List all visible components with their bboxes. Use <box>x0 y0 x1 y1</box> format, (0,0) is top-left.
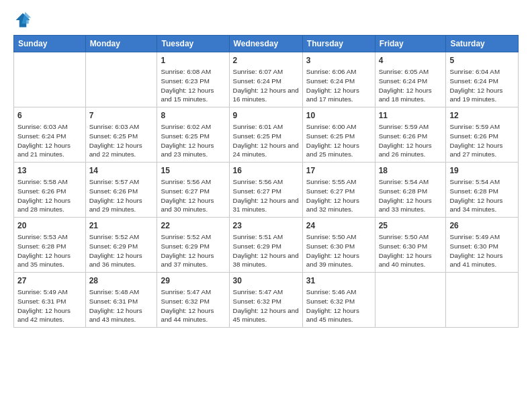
calendar-cell <box>446 273 519 328</box>
day-number: 27 <box>17 275 82 286</box>
day-info: Sunrise: 5:51 AM Sunset: 6:29 PM Dayligh… <box>233 232 299 269</box>
day-number: 12 <box>449 110 515 121</box>
calendar-cell: 22Sunrise: 5:52 AM Sunset: 6:29 PM Dayli… <box>157 218 229 273</box>
day-info: Sunrise: 5:49 AM Sunset: 6:31 PM Dayligh… <box>17 287 82 324</box>
logo-icon <box>13 11 32 30</box>
day-info: Sunrise: 6:07 AM Sunset: 6:24 PM Dayligh… <box>233 67 299 104</box>
day-header-monday: Monday <box>85 36 157 52</box>
day-info: Sunrise: 5:47 AM Sunset: 6:32 PM Dayligh… <box>233 287 299 324</box>
day-number: 16 <box>233 165 299 176</box>
calendar-cell: 29Sunrise: 5:47 AM Sunset: 6:32 PM Dayli… <box>157 273 229 328</box>
day-info: Sunrise: 5:48 AM Sunset: 6:31 PM Dayligh… <box>89 287 154 324</box>
calendar-cell: 19Sunrise: 5:54 AM Sunset: 6:28 PM Dayli… <box>446 163 519 218</box>
day-number: 8 <box>161 110 225 121</box>
calendar-cell: 15Sunrise: 5:56 AM Sunset: 6:27 PM Dayli… <box>157 163 229 218</box>
day-number: 19 <box>449 165 515 176</box>
calendar-cell: 7Sunrise: 6:03 AM Sunset: 6:25 PM Daylig… <box>85 107 157 163</box>
calendar-cell: 23Sunrise: 5:51 AM Sunset: 6:29 PM Dayli… <box>229 218 302 273</box>
day-info: Sunrise: 5:49 AM Sunset: 6:30 PM Dayligh… <box>449 232 515 269</box>
day-info: Sunrise: 6:00 AM Sunset: 6:25 PM Dayligh… <box>306 122 371 159</box>
day-header-friday: Friday <box>375 36 446 52</box>
day-number: 24 <box>306 220 371 231</box>
header <box>13 11 519 30</box>
day-header-tuesday: Tuesday <box>157 36 229 52</box>
day-info: Sunrise: 5:56 AM Sunset: 6:27 PM Dayligh… <box>233 177 299 214</box>
calendar-cell: 4Sunrise: 6:05 AM Sunset: 6:24 PM Daylig… <box>375 52 446 107</box>
day-info: Sunrise: 5:50 AM Sunset: 6:30 PM Dayligh… <box>306 232 371 269</box>
day-header-saturday: Saturday <box>446 36 519 52</box>
day-number: 23 <box>233 220 299 231</box>
day-header-thursday: Thursday <box>302 36 375 52</box>
day-info: Sunrise: 6:02 AM Sunset: 6:25 PM Dayligh… <box>161 122 225 159</box>
day-info: Sunrise: 5:58 AM Sunset: 6:26 PM Dayligh… <box>17 177 82 214</box>
day-number: 4 <box>379 55 443 66</box>
day-number: 13 <box>17 165 82 176</box>
day-info: Sunrise: 5:59 AM Sunset: 6:26 PM Dayligh… <box>449 122 515 159</box>
day-number: 18 <box>379 165 443 176</box>
day-info: Sunrise: 5:53 AM Sunset: 6:28 PM Dayligh… <box>17 232 82 269</box>
day-info: Sunrise: 6:03 AM Sunset: 6:25 PM Dayligh… <box>89 122 154 159</box>
day-info: Sunrise: 5:46 AM Sunset: 6:32 PM Dayligh… <box>306 287 371 324</box>
calendar-cell: 31Sunrise: 5:46 AM Sunset: 6:32 PM Dayli… <box>302 273 375 328</box>
day-number: 11 <box>379 110 443 121</box>
week-row-1: 1Sunrise: 6:08 AM Sunset: 6:23 PM Daylig… <box>14 52 519 107</box>
calendar-cell: 28Sunrise: 5:48 AM Sunset: 6:31 PM Dayli… <box>85 273 157 328</box>
day-number: 15 <box>161 165 225 176</box>
day-number: 14 <box>89 165 154 176</box>
day-info: Sunrise: 5:56 AM Sunset: 6:27 PM Dayligh… <box>161 177 225 214</box>
day-number: 25 <box>379 220 443 231</box>
calendar-cell: 12Sunrise: 5:59 AM Sunset: 6:26 PM Dayli… <box>446 107 519 163</box>
calendar-cell <box>85 52 157 107</box>
day-number: 31 <box>306 275 371 286</box>
day-header-wednesday: Wednesday <box>229 36 302 52</box>
day-header-sunday: Sunday <box>14 36 86 52</box>
calendar-cell: 3Sunrise: 6:06 AM Sunset: 6:24 PM Daylig… <box>302 52 375 107</box>
day-info: Sunrise: 5:57 AM Sunset: 6:26 PM Dayligh… <box>89 177 154 214</box>
calendar-page: SundayMondayTuesdayWednesdayThursdayFrid… <box>0 0 532 411</box>
calendar-table: SundayMondayTuesdayWednesdayThursdayFrid… <box>13 35 519 328</box>
day-info: Sunrise: 6:08 AM Sunset: 6:23 PM Dayligh… <box>161 67 225 104</box>
day-number: 10 <box>306 110 371 121</box>
day-info: Sunrise: 5:47 AM Sunset: 6:32 PM Dayligh… <box>161 287 225 324</box>
calendar-cell: 24Sunrise: 5:50 AM Sunset: 6:30 PM Dayli… <box>302 218 375 273</box>
day-info: Sunrise: 5:59 AM Sunset: 6:26 PM Dayligh… <box>379 122 443 159</box>
day-number: 21 <box>89 220 154 231</box>
day-info: Sunrise: 6:01 AM Sunset: 6:25 PM Dayligh… <box>233 122 299 159</box>
calendar-cell: 10Sunrise: 6:00 AM Sunset: 6:25 PM Dayli… <box>302 107 375 163</box>
day-info: Sunrise: 5:50 AM Sunset: 6:30 PM Dayligh… <box>379 232 443 269</box>
week-row-3: 13Sunrise: 5:58 AM Sunset: 6:26 PM Dayli… <box>14 163 519 218</box>
calendar-cell: 27Sunrise: 5:49 AM Sunset: 6:31 PM Dayli… <box>14 273 86 328</box>
calendar-cell: 6Sunrise: 6:03 AM Sunset: 6:24 PM Daylig… <box>14 107 86 163</box>
day-number: 2 <box>233 55 299 66</box>
calendar-cell: 26Sunrise: 5:49 AM Sunset: 6:30 PM Dayli… <box>446 218 519 273</box>
day-number: 30 <box>233 275 299 286</box>
day-number: 5 <box>449 55 515 66</box>
day-number: 22 <box>161 220 225 231</box>
calendar-cell: 13Sunrise: 5:58 AM Sunset: 6:26 PM Dayli… <box>14 163 86 218</box>
day-number: 29 <box>161 275 225 286</box>
day-number: 28 <box>89 275 154 286</box>
day-number: 7 <box>89 110 154 121</box>
calendar-cell: 30Sunrise: 5:47 AM Sunset: 6:32 PM Dayli… <box>229 273 302 328</box>
day-info: Sunrise: 5:52 AM Sunset: 6:29 PM Dayligh… <box>161 232 225 269</box>
day-info: Sunrise: 5:54 AM Sunset: 6:28 PM Dayligh… <box>449 177 515 214</box>
logo <box>13 11 35 30</box>
day-info: Sunrise: 6:06 AM Sunset: 6:24 PM Dayligh… <box>306 67 371 104</box>
calendar-cell: 2Sunrise: 6:07 AM Sunset: 6:24 PM Daylig… <box>229 52 302 107</box>
day-number: 9 <box>233 110 299 121</box>
day-number: 1 <box>161 55 225 66</box>
calendar-cell: 9Sunrise: 6:01 AM Sunset: 6:25 PM Daylig… <box>229 107 302 163</box>
calendar-cell <box>375 273 446 328</box>
calendar-cell: 25Sunrise: 5:50 AM Sunset: 6:30 PM Dayli… <box>375 218 446 273</box>
day-info: Sunrise: 5:54 AM Sunset: 6:28 PM Dayligh… <box>379 177 443 214</box>
calendar-cell: 11Sunrise: 5:59 AM Sunset: 6:26 PM Dayli… <box>375 107 446 163</box>
day-number: 3 <box>306 55 371 66</box>
week-row-5: 27Sunrise: 5:49 AM Sunset: 6:31 PM Dayli… <box>14 273 519 328</box>
day-number: 26 <box>449 220 515 231</box>
calendar-cell <box>14 52 86 107</box>
day-info: Sunrise: 6:05 AM Sunset: 6:24 PM Dayligh… <box>379 67 443 104</box>
days-header-row: SundayMondayTuesdayWednesdayThursdayFrid… <box>14 36 519 52</box>
day-number: 6 <box>17 110 82 121</box>
calendar-cell: 5Sunrise: 6:04 AM Sunset: 6:24 PM Daylig… <box>446 52 519 107</box>
day-info: Sunrise: 5:52 AM Sunset: 6:29 PM Dayligh… <box>89 232 154 269</box>
